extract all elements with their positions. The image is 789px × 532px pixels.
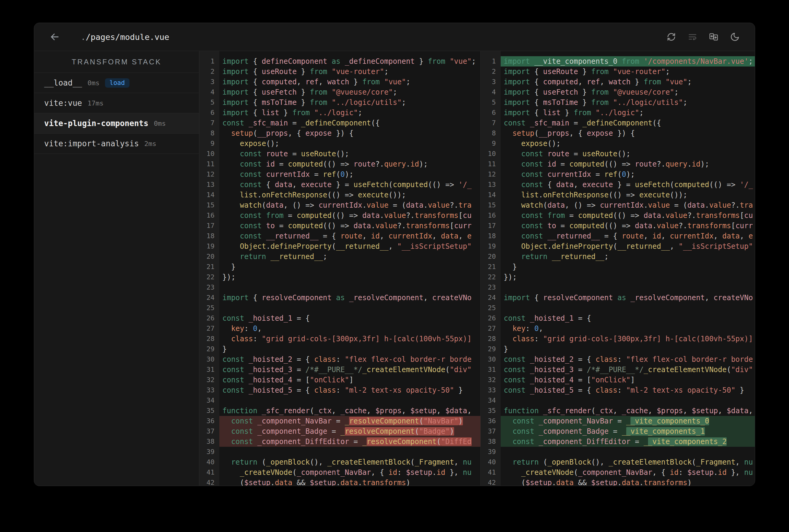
code-line: const _component_DiffEditor = __vite_com… <box>501 436 755 447</box>
line-number: 4 <box>199 87 219 97</box>
code-line: const id = computed(() => route?.query.i… <box>219 159 480 169</box>
code-line: return __returned__; <box>501 251 755 262</box>
top-bar: ./pages/module.vue <box>34 23 755 51</box>
line-number: 17 <box>481 221 501 231</box>
line-number: 18 <box>199 231 219 241</box>
line-number: 34 <box>481 395 501 406</box>
line-number: 34 <box>199 395 219 406</box>
line-number: 3 <box>199 77 219 87</box>
line-number: 41 <box>199 467 219 478</box>
line-number: 10 <box>481 149 501 159</box>
line-number: 13 <box>481 179 501 190</box>
line-number: 39 <box>199 447 219 457</box>
line-number: 31 <box>481 364 501 375</box>
code-line <box>501 447 755 457</box>
code-line: const from = computed(() => data.value?.… <box>219 210 480 221</box>
code-line <box>501 395 755 406</box>
code-line: import __vite_components_0 from '/compon… <box>501 56 755 66</box>
line-number: 16 <box>199 210 219 221</box>
line-number: 3 <box>481 77 501 87</box>
line-number: 10 <box>199 149 219 159</box>
line-number: 29 <box>199 344 219 354</box>
line-wrap-icon[interactable] <box>687 32 697 42</box>
code-line: setup(__props, { expose }) { <box>219 128 480 138</box>
line-number: 30 <box>481 354 501 364</box>
diff-view: 1234567891011121314151617181920212223242… <box>199 51 755 486</box>
line-number-gutter: 1234567891011121314151617181920212223242… <box>199 51 219 486</box>
line-number: 31 <box>199 364 219 375</box>
transform-stack-item[interactable]: vite-plugin-components0ms <box>34 113 199 134</box>
code-line: const __returned__ = { route, id, curren… <box>219 231 480 241</box>
arrow-left-icon <box>49 31 60 43</box>
code-line <box>501 282 755 292</box>
code-line <box>219 282 480 292</box>
code-line: const _sfc_main = _defineComponent({ <box>501 118 755 128</box>
code-line: import { computed, ref, watch } from "vu… <box>501 77 755 87</box>
line-number: 21 <box>481 262 501 272</box>
code-line: }); <box>501 272 755 282</box>
code-line: const route = useRoute(); <box>501 149 755 159</box>
line-number: 42 <box>481 478 501 486</box>
line-number: 6 <box>481 108 501 118</box>
code-line: import { list } from "../logic"; <box>501 108 755 118</box>
line-number: 26 <box>199 313 219 323</box>
code-line: return __returned__; <box>219 251 480 262</box>
code-line <box>219 447 480 457</box>
line-number: 26 <box>481 313 501 323</box>
line-number: 24 <box>199 292 219 303</box>
transform-stack-item[interactable]: __load__0msload <box>34 73 199 93</box>
code-line <box>219 395 480 406</box>
code-line: }); <box>219 272 480 282</box>
line-number: 6 <box>199 108 219 118</box>
line-number: 30 <box>199 354 219 364</box>
dark-mode-moon-icon[interactable] <box>730 32 740 42</box>
code-line: import { computed, ref, watch } from "vu… <box>219 77 480 87</box>
code-line: const _component_DiffEditor = _resolveCo… <box>219 436 480 447</box>
back-button[interactable] <box>48 30 61 43</box>
code-line: const _component_Badge = __vite_componen… <box>501 426 755 436</box>
line-number: 36 <box>199 416 219 426</box>
transform-stack-item[interactable]: vite:import-analysis2ms <box>34 134 199 154</box>
code-line: } <box>501 262 755 272</box>
line-number: 42 <box>199 478 219 486</box>
transform-stack-sidebar: TRANSFORM STACK __load__0msloadvite:vue1… <box>34 51 199 486</box>
code-line: const _hoisted_4 = ["onClick"] <box>219 375 480 385</box>
code-line: Object.defineProperty(__returned__, "__i… <box>501 241 755 251</box>
line-number-gutter: 1234567891011121314151617181920212223242… <box>481 51 501 486</box>
line-number: 20 <box>481 251 501 262</box>
code-line: const _component_Badge = _resolveCompone… <box>219 426 480 436</box>
transform-stack-item[interactable]: vite:vue17ms <box>34 93 199 113</box>
plugin-name: vite-plugin-components <box>44 119 148 128</box>
code-line: _createVNode(_component_NavBar, { id: $s… <box>501 467 755 478</box>
line-number: 17 <box>199 221 219 231</box>
code-panel-after[interactable]: 1234567891011121314151617181920212223242… <box>481 51 755 486</box>
line-number: 11 <box>481 159 501 169</box>
line-number: 12 <box>199 169 219 179</box>
plugin-time: 0ms <box>88 79 99 87</box>
line-number: 35 <box>199 406 219 416</box>
code-line: import { useRoute } from "vue-router"; <box>219 66 480 77</box>
line-number: 13 <box>199 179 219 190</box>
side-by-side-diff-icon[interactable] <box>709 32 718 42</box>
line-number: 20 <box>199 251 219 262</box>
refresh-icon[interactable] <box>666 32 676 42</box>
code-line: const { data, execute } = useFetch(compu… <box>501 179 755 190</box>
code-line: list.onFetchResponse(() => execute()); <box>219 190 480 200</box>
code-line: } <box>219 262 480 272</box>
code-line: import { list } from "../logic"; <box>219 108 480 118</box>
code-panel-before[interactable]: 1234567891011121314151617181920212223242… <box>199 51 481 486</box>
code-line: const to = computed(() => data.value?.tr… <box>501 221 755 231</box>
line-number: 19 <box>199 241 219 251</box>
code-line: expose(); <box>501 138 755 149</box>
code-line: const _hoisted_1 = { <box>501 313 755 323</box>
title-dot: . <box>81 32 86 42</box>
line-number: 21 <box>199 262 219 272</box>
code-line: const _hoisted_1 = { <box>219 313 480 323</box>
plugin-time: 2ms <box>144 140 157 148</box>
line-number: 40 <box>199 457 219 467</box>
line-number: 4 <box>481 87 501 97</box>
code-line: const _sfc_main = _defineComponent({ <box>219 118 480 128</box>
code-line: const _component_NavBar = __vite_compone… <box>501 416 755 426</box>
line-number: 14 <box>199 190 219 200</box>
code-line <box>501 303 755 313</box>
